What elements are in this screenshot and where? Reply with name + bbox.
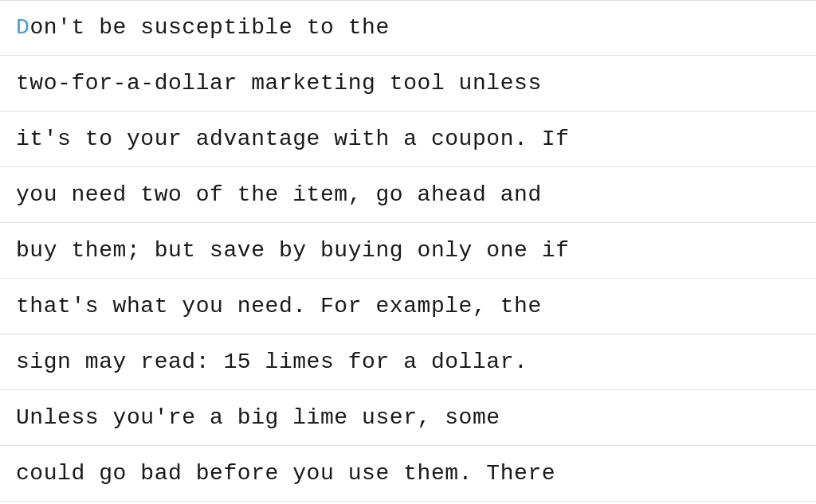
line-text: that's what you need. For example, the <box>16 291 542 322</box>
text-line: it's to your advantage with a coupon. If <box>0 111 816 167</box>
line-text: you need two of the item, go ahead and <box>16 179 542 210</box>
line-text: Unless you're a big lime user, some <box>16 402 500 433</box>
line-text: two-for-a-dollar marketing tool unless <box>16 68 542 99</box>
line-text: on't be susceptible to the <box>29 12 389 43</box>
text-line: Don't be susceptible to the <box>0 0 816 56</box>
text-line: that's what you need. For example, the <box>0 279 816 334</box>
line-text: could go bad before you use them. There <box>16 458 555 489</box>
text-container: Don't be susceptible to the two-for-a-do… <box>0 0 816 504</box>
line-text: it's to your advantage with a coupon. If <box>16 123 570 154</box>
line-text: sign may read: 15 limes for a dollar. <box>16 346 528 377</box>
text-line: sign may read: 15 limes for a dollar. <box>0 334 816 390</box>
text-line: buy them; but save by buying only one if <box>0 223 816 279</box>
text-line: you need two of the item, go ahead and <box>0 167 816 223</box>
first-letter-d: D <box>16 12 29 43</box>
text-line: two-for-a-dollar marketing tool unless <box>0 56 816 111</box>
text-line: could go bad before you use them. There <box>0 446 816 502</box>
text-line: Unless you're a big lime user, some <box>0 390 816 446</box>
line-text: buy them; but save by buying only one if <box>16 235 570 266</box>
